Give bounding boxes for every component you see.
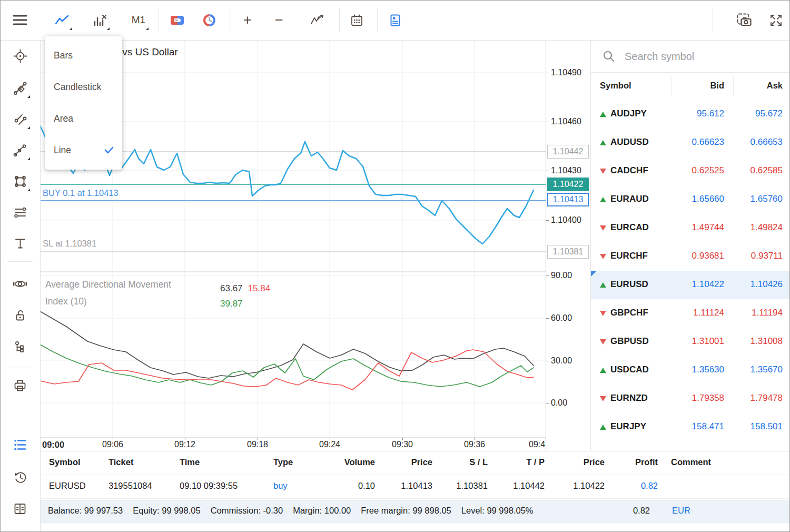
market-watch-row-EURCAD[interactable]: EURCAD1.497441.49824 [591,214,790,242]
polyline-tool-button[interactable] [8,138,32,162]
object-list-button[interactable] [8,335,32,359]
chart-type-menu-item-line[interactable]: Line [45,134,122,166]
svg-text:F: F [19,86,22,91]
ask-price: 0.66653 [750,137,783,147]
time-label: 09:18 [247,440,268,449]
toolbar-divider [339,8,340,32]
ask-price: 1.65760 [750,194,783,204]
market-watch-row-EURCHF[interactable]: EURCHF0.936810.93711 [591,242,790,271]
journal-tab-button[interactable] [8,497,32,521]
trade-column-header: Price [584,457,605,467]
timeframe-button[interactable]: M1 [126,8,151,32]
chart-type-menu-item-area[interactable]: Area [45,103,122,134]
print-button[interactable] [8,373,32,398]
ask-price: 1.49824 [750,222,783,233]
position-sl: 1.10381 [456,481,488,491]
market-watch-row-AUDUSD[interactable]: AUDUSD0.666230.66653 [591,129,790,157]
position-time: 09.10 09:39:55 [180,481,238,491]
symbol-name: EURCAD [610,222,649,233]
menu-item-label: Line [54,145,71,156]
zoom-out-button[interactable]: − [267,8,291,32]
toolbar-divider [301,8,301,32]
chart-area[interactable]: EURUSD, Euro vs US Dollar BUY 0.1 at 1.1… [40,40,590,451]
price-axis[interactable]: 1.104901.104601.104301.1040090.0060.0030… [546,40,591,451]
header-divider [733,77,734,96]
horizontal-lines-icon [13,205,27,220]
arrow-down-icon [600,339,606,344]
horizontal-line-tool-button[interactable] [8,200,32,224]
axis-tick [546,275,549,276]
object-visibility-button[interactable] [8,272,32,296]
screenshot-button[interactable] [732,8,756,32]
axis-price-label: 1.10400 [551,215,581,225]
menu-item-label: Candlestick [54,82,101,93]
market-watch-row-EURAUD[interactable]: EURAUD1.656601.65760 [591,185,790,214]
market-watch-row-EURUSD[interactable]: EURUSD1.104221.10426 [591,271,790,299]
drawing-toolbar: F [1,40,41,532]
time-label: 09:30 [392,440,413,449]
fullscreen-button[interactable] [764,8,788,32]
toolbar-divider [377,8,378,32]
account-item-free-margin: Free margin: 99 898.05 [361,506,451,516]
main-menu-button[interactable] [8,8,32,32]
journal-window-button[interactable] [383,8,407,32]
one-click-trading-button[interactable] [165,8,189,32]
market-watch-row-AUDJPY[interactable]: AUDJPY95.61295.672 [591,100,790,129]
chart-type-menu-item-candlestick[interactable]: Candlestick [45,71,122,103]
indicators-button[interactable] [305,8,330,32]
economic-calendar-button[interactable] [344,8,369,32]
position-open-price: 1.10413 [401,481,432,491]
header-divider [671,77,672,96]
history-clock-icon [13,470,27,485]
time-axis[interactable]: 09:0009:0609:1209:1809:2409:3009:3609:41 [40,438,546,451]
trade-column-header: Type [273,457,293,467]
position-current-price: 1.10422 [573,481,605,491]
market-watch-row-USDCAD[interactable]: USDCAD1.356301.35670 [591,356,790,385]
document-panel-icon [390,14,401,26]
trade-tab-button[interactable] [8,432,32,457]
channel-tool-button[interactable] [8,107,32,131]
arrow-down-icon [600,254,606,259]
open-position-row[interactable]: EURUSD31955108409.10 09:39:55buy0.101.10… [40,475,790,499]
market-watch-row-GBPUSD[interactable]: GBPUSD1.310011.31008 [591,328,790,356]
ask-price: 1.31008 [750,336,783,347]
arrow-up-icon [600,282,606,288]
fibonacci-tool-button[interactable]: F [8,76,32,100]
position-tp: 1.10442 [513,481,545,491]
crosshair-tool-button[interactable] [8,44,32,68]
axis-tick [546,122,549,122]
trade-column-header: Comment [671,457,711,467]
axis-price-label: 1.10460 [551,117,581,126]
shapes-tool-button[interactable] [8,169,32,193]
axis-price-label: 1.10490 [551,68,581,77]
lock-objects-button[interactable] [8,303,32,328]
dropdown-corner [146,27,149,30]
chart-type-menu: BarsCandlestickAreaLine [45,36,122,170]
text-tool-button[interactable] [8,231,32,255]
trade-column-header: Profit [635,457,658,467]
position-profit: 0.82 [641,481,658,491]
hamburger-icon [13,14,27,26]
chart-type-button[interactable] [50,8,74,32]
market-watch-row-GBPCHF[interactable]: GBPCHF1.111241.11194 [591,299,790,328]
parallel-lines-icon [13,112,27,126]
market-watch-row-CADCHF[interactable]: CADCHF0.625250.62585 [591,157,790,185]
position-symbol: EURUSD [49,481,86,491]
account-summary-bar: Balance: 99 997.53Equity: 99 998.05Commi… [40,500,790,523]
remove-indicator-button[interactable] [87,8,112,32]
trade-column-header: S / L [469,457,488,467]
zoom-in-button[interactable]: + [235,8,260,32]
search-input[interactable] [624,47,778,65]
market-watch-row-EURNZD[interactable]: EURNZD1.793581.79478 [591,385,790,413]
arrow-up-icon [600,112,606,117]
account-item-level: Level: 99 998.05% [461,506,534,516]
fullscreen-icon [769,14,783,27]
market-watch-row-EURJPY[interactable]: EURJPY158.471158.501 [591,413,790,441]
chart-type-menu-item-bars[interactable]: Bars [45,40,122,71]
axis-tick [546,73,549,73]
plus-di-value: 39.87 [220,299,243,309]
trade-column-header: Symbol [49,457,81,467]
trade-list-icon [13,438,27,451]
market-hours-button[interactable] [197,8,221,32]
history-tab-button[interactable] [8,465,32,489]
